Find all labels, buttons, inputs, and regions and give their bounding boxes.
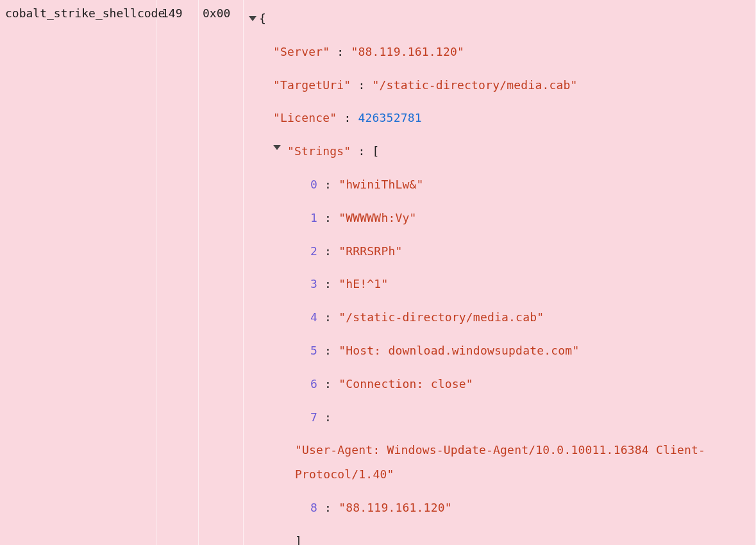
colon: : <box>351 144 372 158</box>
colon: : <box>351 78 372 92</box>
colon: : <box>337 111 358 124</box>
colon: : <box>317 501 339 514</box>
array-item-1: 1 : "WWWWWh:Vy" <box>249 206 750 230</box>
json-cell: { "Server" : "88.119.161.120" "TargetUri… <box>244 0 756 545</box>
server-key: "Server" <box>273 45 330 58</box>
licence-key: "Licence" <box>273 111 337 124</box>
array-item-4: 4 : "/static-directory/media.cab" <box>249 305 750 330</box>
flag-cell: 0x00 <box>199 0 244 545</box>
array-item-6: 6 : "Connection: close" <box>249 372 750 396</box>
count-value: 149 <box>162 6 183 20</box>
colon: : <box>317 277 339 290</box>
targeturi-line: "TargetUri" : "/static-directory/media.c… <box>249 73 750 97</box>
array-value: "WWWWWh:Vy" <box>339 211 416 224</box>
array-index: 6 <box>310 377 317 390</box>
array-value: "/static-directory/media.cab" <box>339 310 544 324</box>
colon: : <box>317 244 339 258</box>
array-item-2: 2 : "RRRSRPh" <box>249 239 750 264</box>
array-index: 4 <box>310 310 317 324</box>
colon: : <box>317 377 339 390</box>
array-index: 3 <box>310 277 317 290</box>
array-index: 0 <box>310 178 317 191</box>
colon: : <box>317 310 339 324</box>
array-item-5: 5 : "Host: download.windowsupdate.com" <box>249 339 750 363</box>
array-value: "RRRSRPh" <box>339 244 402 258</box>
close-bracket-line: ] <box>249 529 750 545</box>
array-item-0: 0 : "hwiniThLw&" <box>249 172 750 197</box>
flag-value: 0x00 <box>203 6 230 20</box>
open-brace-line: { <box>249 12 266 25</box>
count-cell: 149 <box>156 0 199 545</box>
array-index: 7 <box>310 410 317 424</box>
array-index: 8 <box>310 501 317 514</box>
array-value: "Host: download.windowsupdate.com" <box>339 344 579 357</box>
colon: : <box>317 410 332 424</box>
open-brace: { <box>259 12 266 25</box>
rule-name: cobalt_strike_shellcode <box>5 6 165 20</box>
targeturi-value: "/static-directory/media.cab" <box>373 78 578 92</box>
array-item-3: 3 : "hE!^1" <box>249 272 750 296</box>
licence-line: "Licence" : 426352781 <box>249 106 750 130</box>
array-item-7: 7 : "User-Agent: Windows-Update-Agent/10… <box>249 405 750 487</box>
array-index: 1 <box>310 211 317 224</box>
array-index: 5 <box>310 344 317 357</box>
targeturi-key: "TargetUri" <box>273 78 351 92</box>
array-value: "User-Agent: Windows-Update-Agent/10.0.1… <box>295 438 712 487</box>
close-bracket: ] <box>295 534 302 545</box>
colon: : <box>317 178 339 191</box>
server-line: "Server" : "88.119.161.120" <box>249 40 750 64</box>
array-value: "hwiniThLw&" <box>339 178 423 191</box>
server-value: "88.119.161.120" <box>351 45 464 58</box>
open-bracket: [ <box>372 144 379 158</box>
strings-key: "Strings" <box>287 144 351 158</box>
array-value: "Connection: close" <box>339 377 473 390</box>
array-index: 2 <box>310 244 317 258</box>
array-item-8: 8 : "88.119.161.120" <box>249 496 750 520</box>
array-value: "hE!^1" <box>339 277 388 290</box>
data-row: cobalt_strike_shellcode 149 0x00 { "Serv… <box>0 0 756 545</box>
array-value: "88.119.161.120" <box>339 501 452 514</box>
colon: : <box>317 211 339 224</box>
strings-line: "Strings" : [ <box>249 139 750 164</box>
rule-name-cell: cobalt_strike_shellcode <box>0 0 156 545</box>
chevron-down-icon[interactable] <box>249 16 256 21</box>
licence-value: 426352781 <box>358 111 421 124</box>
colon: : <box>330 45 351 58</box>
colon: : <box>317 344 339 357</box>
chevron-down-icon[interactable] <box>273 145 281 150</box>
